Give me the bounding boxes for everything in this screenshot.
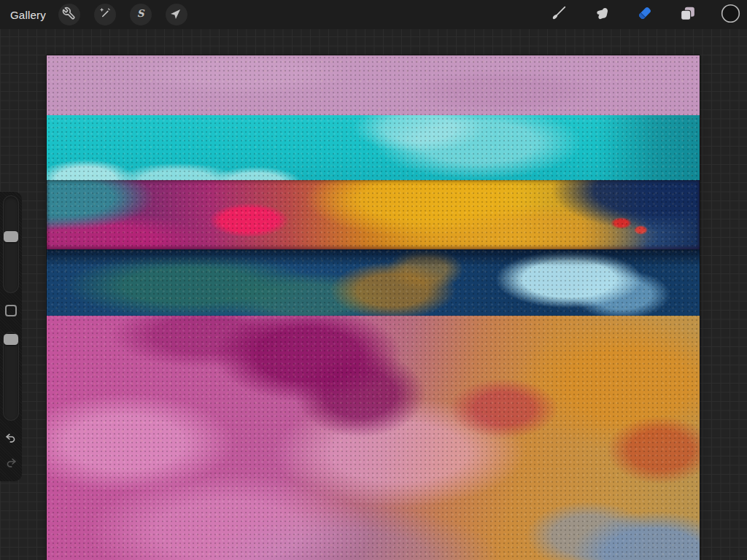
brush-size-slider[interactable]: [3, 195, 19, 293]
wrench-icon: [62, 7, 76, 23]
opacity-handle[interactable]: [4, 334, 18, 345]
artwork-stripe-watercolor: [47, 316, 700, 560]
redo-button[interactable]: [4, 457, 18, 472]
adjustments-button[interactable]: [94, 4, 116, 26]
toolbar-right-group: [549, 0, 740, 29]
sidebar-tool-strip: [0, 192, 22, 481]
top-toolbar: Gallery: [0, 0, 747, 29]
drawing-canvas[interactable]: [47, 55, 700, 560]
move-arrow-icon: [170, 7, 183, 23]
modify-button[interactable]: [5, 305, 17, 316]
undo-icon: [4, 431, 18, 448]
magic-wand-icon: [98, 7, 112, 23]
artwork-stripe-pigment: [47, 180, 700, 249]
undo-button[interactable]: [4, 432, 18, 447]
toolbar-left-group: Gallery: [0, 4, 187, 26]
redo-icon: [4, 456, 18, 473]
gallery-button[interactable]: Gallery: [10, 9, 46, 21]
actions-button[interactable]: [58, 4, 80, 26]
color-swatch-icon: [721, 4, 740, 26]
layers-icon: [678, 4, 697, 26]
brush-icon: [549, 4, 568, 26]
smudge-tool-button[interactable]: [592, 4, 611, 26]
app-screen: Gallery: [0, 0, 747, 560]
artwork-stripe-mauve: [47, 55, 700, 115]
artwork-stripe-blue-paint: [47, 249, 700, 316]
color-button[interactable]: [721, 4, 740, 26]
smudge-finger-icon: [592, 4, 611, 26]
artwork-stripe-teal: [47, 115, 700, 180]
transform-button[interactable]: [166, 4, 187, 26]
s-curve-icon: S: [133, 7, 147, 23]
eraser-icon: [635, 4, 654, 26]
erase-tool-button[interactable]: [635, 4, 654, 26]
paint-tool-button[interactable]: [549, 4, 568, 26]
opacity-slider[interactable]: [3, 332, 19, 421]
brush-size-handle[interactable]: [4, 231, 18, 242]
selection-button[interactable]: S: [130, 4, 152, 26]
layers-button[interactable]: [678, 4, 697, 26]
svg-text:S: S: [137, 7, 145, 18]
